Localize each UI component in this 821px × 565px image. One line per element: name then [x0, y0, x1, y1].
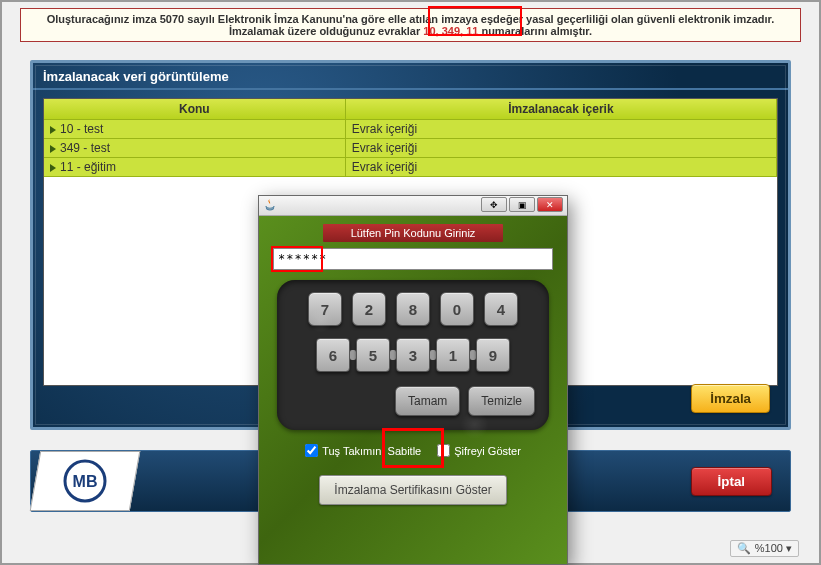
fix-keypad-checkbox-label[interactable]: Tuş Takımını Sabitle: [305, 444, 421, 457]
svg-text:MB: MB: [73, 473, 98, 490]
sign-button[interactable]: İmzala: [691, 384, 770, 413]
pin-dialog-header: Lütfen Pin Kodunu Giriniz: [323, 224, 503, 242]
row-content: Evrak içeriği: [352, 141, 417, 155]
row-subject: 10 - test: [60, 122, 103, 136]
zoom-level: %100: [755, 542, 783, 554]
keypad-key[interactable]: 2: [352, 292, 386, 326]
notice-doc-numbers: 10, 349, 11: [423, 25, 478, 37]
keypad-key[interactable]: 5: [356, 338, 390, 372]
fix-keypad-text: Tuş Takımını Sabitle: [322, 445, 421, 457]
keypad-key[interactable]: 7: [308, 292, 342, 326]
row-subject: 349 - test: [60, 141, 110, 155]
bullet-icon: [50, 126, 56, 134]
window-restore-icon[interactable]: ▣: [509, 197, 535, 212]
notice-text-2: numaralarını almıştır.: [478, 25, 592, 37]
ok-button[interactable]: Tamam: [395, 386, 460, 416]
col-content: İmzalanacak içerik: [345, 99, 776, 120]
close-icon[interactable]: ✕: [537, 197, 563, 212]
keypad-key[interactable]: 4: [484, 292, 518, 326]
bullet-icon: [50, 145, 56, 153]
notice-text-1: Oluşturacağınız imza 5070 sayılı Elektro…: [47, 13, 775, 37]
keypad-key[interactable]: 9: [476, 338, 510, 372]
keypad-key[interactable]: 8: [396, 292, 430, 326]
zoom-dropdown-icon[interactable]: ▾: [786, 542, 792, 554]
bullet-icon: [50, 164, 56, 172]
show-password-text: Şifreyi Göster: [454, 445, 521, 457]
show-certificate-button[interactable]: İmzalama Sertifikasını Göster: [319, 475, 506, 505]
show-password-checkbox[interactable]: [437, 444, 450, 457]
ministry-logo: MB: [30, 451, 141, 511]
java-icon: [263, 198, 277, 212]
clear-button[interactable]: Temizle: [468, 386, 535, 416]
dialog-titlebar[interactable]: ✥ ▣ ✕: [259, 196, 567, 216]
keypad-key[interactable]: 0: [440, 292, 474, 326]
row-subject: 11 - eğitim: [60, 160, 116, 174]
zoom-indicator[interactable]: 🔍%100 ▾: [730, 540, 799, 557]
window-move-icon[interactable]: ✥: [481, 197, 507, 212]
panel-title: İmzalanacak veri görüntüleme: [33, 63, 788, 90]
row-content: Evrak içeriği: [352, 160, 417, 174]
pin-input[interactable]: [273, 248, 553, 270]
magnifier-icon: 🔍: [737, 542, 751, 554]
legal-notice: Oluşturacağınız imza 5070 sayılı Elektro…: [20, 8, 801, 42]
keypad-key[interactable]: 1: [436, 338, 470, 372]
pin-entry-dialog: ✥ ▣ ✕ Lütfen Pin Kodunu Giriniz 7 2 8 0 …: [258, 195, 568, 565]
documents-table: Konu İmzalanacak içerik 10 - test Evrak …: [44, 99, 777, 177]
cancel-button[interactable]: İptal: [691, 467, 772, 496]
table-row[interactable]: 10 - test Evrak içeriği: [44, 120, 777, 139]
table-row[interactable]: 11 - eğitim Evrak içeriği: [44, 158, 777, 177]
col-subject: Konu: [44, 99, 345, 120]
table-row[interactable]: 349 - test Evrak içeriği: [44, 139, 777, 158]
show-password-checkbox-label[interactable]: Şifreyi Göster: [437, 444, 521, 457]
row-content: Evrak içeriği: [352, 122, 417, 136]
keypad-key[interactable]: 6: [316, 338, 350, 372]
virtual-keypad: 7 2 8 0 4 6 5 3 1 9: [277, 280, 549, 430]
keypad-key[interactable]: 3: [396, 338, 430, 372]
fix-keypad-checkbox[interactable]: [305, 444, 318, 457]
